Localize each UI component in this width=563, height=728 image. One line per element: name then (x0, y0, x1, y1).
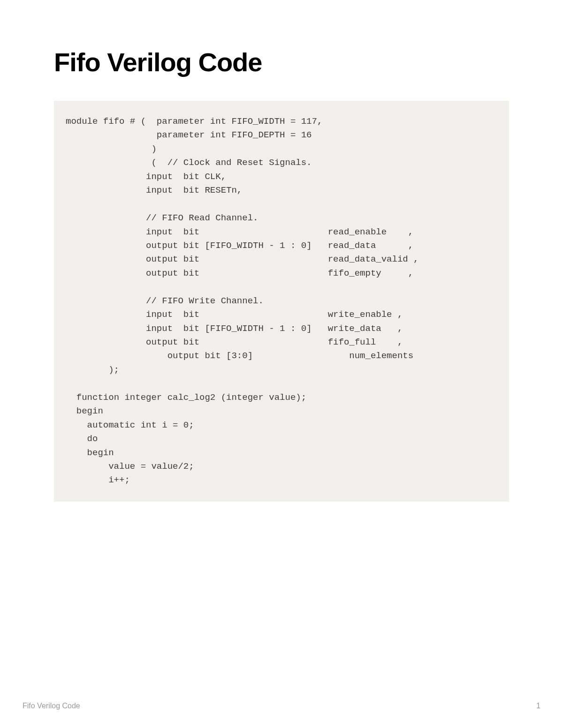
footer-page-number: 1 (536, 702, 540, 710)
page-footer: Fifo Verilog Code 1 (23, 702, 540, 710)
page-title: Fifo Verilog Code (54, 47, 509, 77)
code-block: module fifo # ( parameter int FIFO_WIDTH… (54, 101, 509, 502)
footer-title: Fifo Verilog Code (23, 702, 80, 710)
